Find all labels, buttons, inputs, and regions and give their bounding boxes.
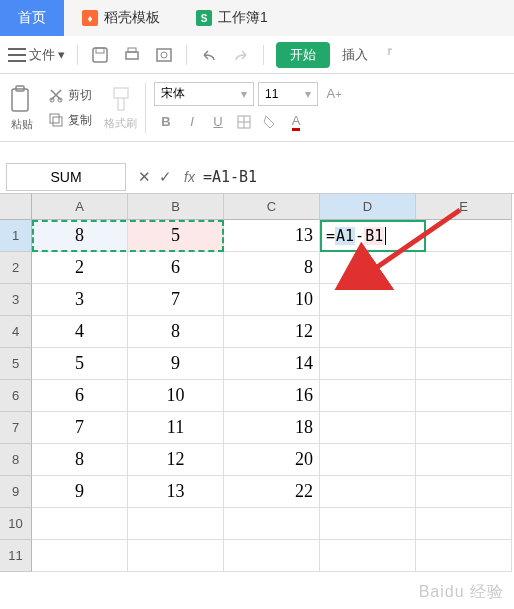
menu-hamburger[interactable]: 文件 ▾ [8,46,65,64]
cell[interactable]: 10 [128,380,224,412]
cell[interactable] [416,476,512,508]
col-header[interactable]: E [416,194,512,220]
tab-home[interactable]: 首页 [0,0,64,36]
col-header[interactable]: D [320,194,416,220]
preview-icon[interactable] [154,45,174,65]
cell[interactable]: 7 [128,284,224,316]
cell[interactable]: 8 [224,252,320,284]
cell[interactable]: 2 [32,252,128,284]
cell[interactable] [320,540,416,572]
cell[interactable] [416,540,512,572]
cell[interactable] [416,508,512,540]
cell[interactable]: 8 [32,444,128,476]
row-header[interactable]: 2 [0,252,32,284]
cell[interactable] [416,252,512,284]
cell[interactable] [32,540,128,572]
menu-more[interactable]: 『 [380,46,393,64]
cell[interactable] [224,540,320,572]
start-button[interactable]: 开始 [276,42,330,68]
cell[interactable]: 13 [224,220,320,252]
tab-workbook[interactable]: S 工作簿1 [178,0,286,36]
cell[interactable]: 22 [224,476,320,508]
tab-docer[interactable]: ♦ 稻壳模板 [64,0,178,36]
menu-insert[interactable]: 插入 [342,46,368,64]
row-header[interactable]: 5 [0,348,32,380]
cell[interactable] [320,316,416,348]
select-all-corner[interactable] [0,194,32,220]
cell[interactable] [320,476,416,508]
redo-icon[interactable] [231,45,251,65]
font-name-select[interactable]: 宋体 ▾ [154,82,254,106]
cell[interactable]: 8 [32,220,128,252]
cell[interactable]: 18 [224,412,320,444]
cell[interactable] [416,444,512,476]
row-header[interactable]: 7 [0,412,32,444]
row-header[interactable]: 4 [0,316,32,348]
cell[interactable] [416,412,512,444]
increase-font-button[interactable]: A+ [322,82,346,106]
format-painter-button[interactable]: 格式刷 [104,84,137,131]
font-size-select[interactable]: 11 ▾ [258,82,318,106]
save-icon[interactable] [90,45,110,65]
cell[interactable]: 12 [224,316,320,348]
cell[interactable] [128,540,224,572]
cancel-formula-button[interactable]: ✕ [138,168,151,186]
formula-input[interactable]: =A1-B1 [203,168,514,186]
accept-formula-button[interactable]: ✓ [159,168,172,186]
cell[interactable]: 3 [32,284,128,316]
cell[interactable]: 14 [224,348,320,380]
bold-button[interactable]: B [154,110,178,134]
cell[interactable]: 8 [128,316,224,348]
italic-button[interactable]: I [180,110,204,134]
font-color-button[interactable]: A [284,110,308,134]
fill-color-button[interactable] [258,110,282,134]
cell[interactable] [416,316,512,348]
cell[interactable] [320,508,416,540]
row-header[interactable]: 1 [0,220,32,252]
cell[interactable] [320,348,416,380]
cell[interactable]: 11 [128,412,224,444]
row-header[interactable]: 6 [0,380,32,412]
row-header[interactable]: 3 [0,284,32,316]
col-header[interactable]: B [128,194,224,220]
cell[interactable] [128,508,224,540]
cell[interactable]: 4 [32,316,128,348]
cell[interactable]: 9 [32,476,128,508]
cell[interactable]: 7 [32,412,128,444]
underline-button[interactable]: U [206,110,230,134]
cell[interactable]: 16 [224,380,320,412]
copy-button[interactable]: 复制 [44,110,96,131]
cell[interactable] [416,220,512,252]
cell[interactable] [416,380,512,412]
cell[interactable] [320,220,416,252]
row-header[interactable]: 9 [0,476,32,508]
cell[interactable]: 10 [224,284,320,316]
cell[interactable] [320,284,416,316]
print-icon[interactable] [122,45,142,65]
cell[interactable]: 6 [32,380,128,412]
cut-button[interactable]: 剪切 [44,85,96,106]
cell[interactable] [224,508,320,540]
cell[interactable] [320,252,416,284]
cell[interactable] [416,284,512,316]
cell[interactable]: 5 [32,348,128,380]
row-header[interactable]: 10 [0,508,32,540]
paste-button[interactable]: 粘贴 [8,83,36,132]
cell[interactable]: 12 [128,444,224,476]
cell[interactable]: 9 [128,348,224,380]
border-button[interactable] [232,110,256,134]
cell[interactable] [320,380,416,412]
cell[interactable]: 5 [128,220,224,252]
cell[interactable]: 13 [128,476,224,508]
cell[interactable]: 20 [224,444,320,476]
name-box[interactable]: SUM [6,163,126,191]
cell[interactable] [320,412,416,444]
undo-icon[interactable] [199,45,219,65]
cell[interactable]: 6 [128,252,224,284]
row-header[interactable]: 8 [0,444,32,476]
cell[interactable] [320,444,416,476]
col-header[interactable]: C [224,194,320,220]
row-header[interactable]: 11 [0,540,32,572]
cell[interactable] [416,348,512,380]
col-header[interactable]: A [32,194,128,220]
